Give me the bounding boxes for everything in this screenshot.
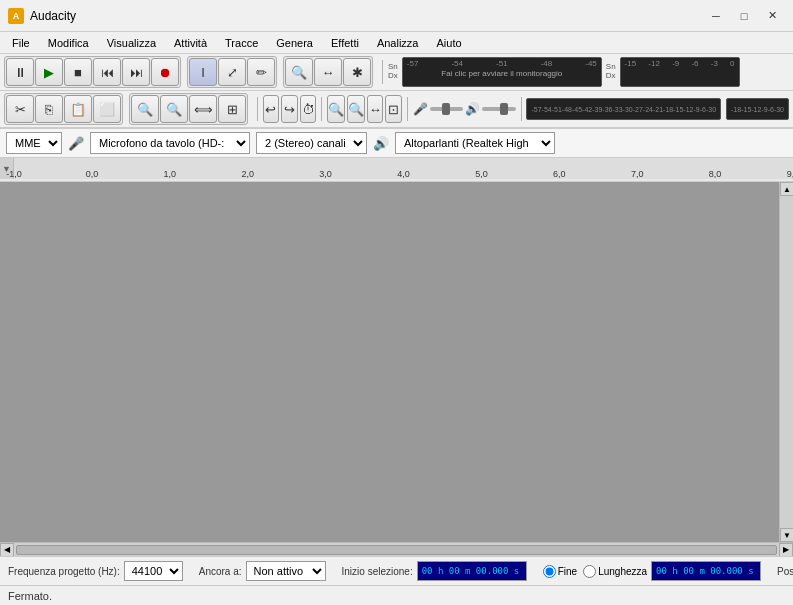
zoom-out-button[interactable]: 🔍 xyxy=(160,95,188,123)
scroll-track-v[interactable] xyxy=(780,196,793,528)
window-controls: ─ □ ✕ xyxy=(703,6,785,26)
redo-button[interactable]: ↪ xyxy=(281,95,298,123)
api-select[interactable]: MME xyxy=(6,132,62,154)
radio-group: Fine Lunghezza xyxy=(543,565,647,578)
zoom-in-button[interactable]: 🔍 xyxy=(131,95,159,123)
lunghezza-radio-label[interactable]: Lunghezza xyxy=(583,565,647,578)
freq-group: Frequenza progetto (Hz): 44100 xyxy=(8,561,183,581)
play-vu-label: SnDx xyxy=(606,63,616,81)
undo-button[interactable]: ↩ xyxy=(263,95,280,123)
snap-label: Ancora a: xyxy=(199,566,242,577)
sel-start-label: Inizio selezione: xyxy=(342,566,413,577)
status-bar: Fermato. xyxy=(0,585,793,605)
play-vu-meter[interactable]: -15-12-9-6-30 xyxy=(620,57,740,87)
paste-button[interactable]: 📋 xyxy=(64,95,92,123)
toolbar-separator xyxy=(382,60,383,84)
channels-select[interactable]: 2 (Stereo) canali xyxy=(256,132,367,154)
play-vu-meter2[interactable]: -18-15-12-9-6-30 xyxy=(726,98,789,120)
cut-button[interactable]: ✂ xyxy=(6,95,34,123)
horizontal-scrollbar[interactable]: ◀ ▶ xyxy=(0,542,793,556)
audio-pos-group: Posizione audio: 00 h 00 m 00.000 s xyxy=(777,561,793,581)
app-icon: A xyxy=(8,8,24,24)
zoom-out2-button[interactable]: 🔍 xyxy=(347,95,365,123)
output-volume-slider[interactable] xyxy=(482,107,516,111)
sel-end-group: Fine Lunghezza 00 h 00 m 00.000 s xyxy=(543,561,761,581)
sel-start-group: Inizio selezione: 00 h 00 m 00.000 s xyxy=(342,561,527,581)
toolbar-sep4 xyxy=(407,97,408,121)
zoom-full-button[interactable]: ⊞ xyxy=(218,95,246,123)
snap-group: Ancora a: Non attivo xyxy=(199,561,326,581)
freq-select[interactable]: 44100 xyxy=(124,561,183,581)
selection-tool-button[interactable]: I xyxy=(189,58,217,86)
zoom-fit-button[interactable]: ⟺ xyxy=(189,95,217,123)
record-button[interactable]: ⏺ xyxy=(151,58,179,86)
record-vu-meter2[interactable]: -57-54-51-48-45-42-39-36-33-30-27-24-21-… xyxy=(526,98,721,120)
menu-item-visualizza[interactable]: Visualizza xyxy=(99,35,164,51)
menu-item-effetti[interactable]: Effetti xyxy=(323,35,367,51)
output-device-select[interactable]: Altoparlanti (Realtek High xyxy=(395,132,555,154)
snap-select[interactable]: Non attivo xyxy=(246,561,326,581)
input-volume-slider[interactable] xyxy=(430,107,464,111)
ruler: ▼ -1,00,01,02,03,04,05,06,07,08,09,0 xyxy=(0,158,793,182)
scroll-up-button[interactable]: ▲ xyxy=(780,182,793,196)
menu-item-modifica[interactable]: Modifica xyxy=(40,35,97,51)
menu-item-tracce[interactable]: Tracce xyxy=(217,35,266,51)
minimize-button[interactable]: ─ xyxy=(703,6,729,26)
scroll-thumb-h[interactable] xyxy=(16,545,777,555)
record-vu-label: SnDx xyxy=(388,63,398,81)
edit-group: ✂ ⎘ 📋 ⬜ xyxy=(4,93,123,125)
next-button[interactable]: ⏭ xyxy=(122,58,150,86)
zoom-tool-button[interactable]: 🔍 xyxy=(285,58,313,86)
scroll-down-button[interactable]: ▼ xyxy=(780,528,793,542)
close-button[interactable]: ✕ xyxy=(759,6,785,26)
record-vu-meter[interactable]: -57-54-51-48-45 Fai clic per avviare il … xyxy=(402,57,602,87)
menu-item-genera[interactable]: Genera xyxy=(268,35,321,51)
multi-tool-button[interactable]: ✱ xyxy=(343,58,371,86)
audio-pos-label: Posizione audio: xyxy=(777,566,793,577)
mic-icon: 🎤 xyxy=(413,102,428,116)
bottom-bar: Frequenza progetto (Hz): 44100 Ancora a:… xyxy=(0,556,793,585)
scroll-left-button[interactable]: ◀ xyxy=(0,543,14,557)
zoom-group: 🔍 🔍 ⟺ ⊞ xyxy=(129,93,248,125)
timeshift-tool-button[interactable]: ↔ xyxy=(314,58,342,86)
maximize-button[interactable]: □ xyxy=(731,6,757,26)
sel-end-display[interactable]: 00 h 00 m 00.000 s xyxy=(651,561,761,581)
sel-start-display[interactable]: 00 h 00 m 00.000 s xyxy=(417,561,527,581)
menu-item-file[interactable]: File xyxy=(4,35,38,51)
prev-button[interactable]: ⏮ xyxy=(93,58,121,86)
copy-button[interactable]: ⎘ xyxy=(35,95,63,123)
vertical-scrollbar[interactable]: ▲ ▼ xyxy=(779,182,793,542)
zoom-toggle-button[interactable]: ⊡ xyxy=(385,95,402,123)
menu-bar: FileModificaVisualizzaAttivitàTracceGene… xyxy=(0,32,793,54)
ruler-tick: 2,0 xyxy=(241,169,254,179)
timer-button[interactable]: ⏱ xyxy=(300,95,317,123)
input-device-select[interactable]: Microfono da tavolo (HD-: xyxy=(90,132,250,154)
fine-label: Fine xyxy=(558,566,577,577)
ruler-tick: 6,0 xyxy=(553,169,566,179)
menu-item-attività[interactable]: Attività xyxy=(166,35,215,51)
menu-item-aiuto[interactable]: Aiuto xyxy=(428,35,469,51)
scroll-right-button[interactable]: ▶ xyxy=(779,543,793,557)
freq-label: Frequenza progetto (Hz): xyxy=(8,566,120,577)
envelope-tool-button[interactable]: ⤢ xyxy=(218,58,246,86)
ruler-tick: -1,0 xyxy=(6,169,22,179)
track-canvas[interactable] xyxy=(0,182,779,542)
status-text: Fermato. xyxy=(8,590,52,602)
zoom-fit2-button[interactable]: ↔ xyxy=(367,95,384,123)
fine-radio-label[interactable]: Fine xyxy=(543,565,577,578)
transport-toolbar: ⏸ ▶ ■ ⏮ ⏭ ⏺ I ⤢ ✏ 🔍 ↔ ✱ SnDx -57-54-51-4… xyxy=(0,54,793,91)
trim-button[interactable]: ⬜ xyxy=(93,95,121,123)
vu-prompt: Fai clic per avviare il monitoraggio xyxy=(407,69,597,78)
pencil-tool-button[interactable]: ✏ xyxy=(247,58,275,86)
play-button[interactable]: ▶ xyxy=(35,58,63,86)
zoom-in2-button[interactable]: 🔍 xyxy=(327,95,345,123)
stop-button[interactable]: ■ xyxy=(64,58,92,86)
mic-device-icon: 🎤 xyxy=(68,136,84,151)
lunghezza-radio[interactable] xyxy=(583,565,596,578)
fine-radio[interactable] xyxy=(543,565,556,578)
pause-button[interactable]: ⏸ xyxy=(6,58,34,86)
toolbar-sep3 xyxy=(321,97,322,121)
menu-item-analizza[interactable]: Analizza xyxy=(369,35,427,51)
toolbar-sep2 xyxy=(257,97,258,121)
tool-selector-group2: 🔍 ↔ ✱ xyxy=(283,56,373,88)
